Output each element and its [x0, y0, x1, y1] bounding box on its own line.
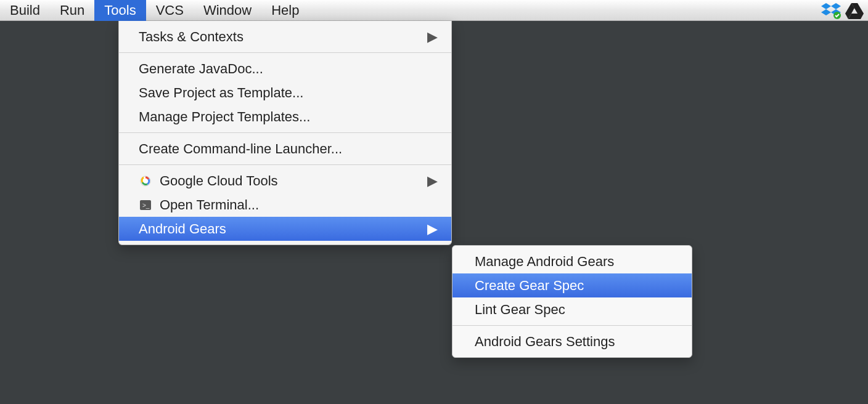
svg-marker-1	[831, 3, 841, 9]
run-toolbar	[0, 59, 117, 94]
menu-item-label: Save Project as Template...	[139, 85, 303, 101]
menu-item-label: Lint Gear Spec	[475, 302, 565, 318]
menu-item-label: Android Gears	[139, 221, 226, 237]
menu-item-google-cloud-tools[interactable]: Google Cloud Tools ▶	[119, 169, 451, 193]
menu-item-tasks-contexts[interactable]: Tasks & Contexts ▶	[119, 25, 451, 49]
menu-item-label: Create Command-line Launcher...	[139, 141, 342, 157]
svg-rect-8	[55, 29, 68, 45]
path-bracket: [~	[459, 134, 472, 152]
google-cloud-icon	[136, 174, 155, 188]
menu-item-label: Generate JavaDoc...	[139, 61, 263, 77]
menu-separator	[119, 132, 451, 133]
gear-icon[interactable]	[25, 197, 38, 213]
hide-icon[interactable]	[44, 197, 58, 213]
svg-rect-16	[82, 74, 90, 82]
svg-point-17	[28, 201, 35, 207]
menu-tools[interactable]: Tools	[94, 0, 145, 21]
menu-item-manage-project-templates[interactable]: Manage Project Templates...	[119, 105, 451, 129]
submenu-arrow-icon: ▶	[427, 29, 438, 45]
menu-separator	[452, 325, 692, 326]
run-button-icon[interactable]	[26, 70, 37, 83]
decorative-distortion	[506, 121, 703, 146]
svg-line-14	[51, 70, 62, 81]
collapse-icon[interactable]	[5, 197, 18, 213]
menu-separator	[119, 52, 451, 53]
svg-marker-0	[821, 3, 831, 9]
menu-vcs[interactable]: VCS	[146, 0, 194, 21]
menu-help[interactable]: Help	[261, 0, 309, 21]
menu-item-label: Open Terminal...	[160, 197, 259, 213]
menu-item-label: Create Gear Spec	[475, 278, 584, 294]
menu-item-create-cli-launcher[interactable]: Create Command-line Launcher...	[119, 137, 451, 161]
menu-window[interactable]: Window	[194, 0, 261, 21]
submenu-item-manage-android-gears[interactable]: Manage Android Gears	[452, 249, 692, 273]
menu-item-save-project-template[interactable]: Save Project as Template...	[119, 81, 451, 105]
java-file-icon: java	[54, 28, 69, 46]
submenu-item-create-gear-spec[interactable]: Create Gear Spec	[452, 273, 692, 297]
menu-item-label: Tasks & Contexts	[139, 29, 244, 45]
tools-menu-dropdown: Tasks & Contexts ▶ Generate JavaDoc... S…	[118, 21, 452, 245]
menu-separator	[119, 164, 451, 165]
dropbox-icon[interactable]	[821, 1, 841, 20]
editor-tab[interactable]: .java ×	[0, 120, 55, 142]
svg-text:>_: >_	[142, 202, 150, 209]
config-dropdown-icon[interactable]	[5, 71, 15, 81]
menu-item-label: Manage Android Gears	[475, 254, 614, 270]
menu-run[interactable]: Run	[50, 0, 94, 21]
menu-item-open-terminal[interactable]: >_ Open Terminal...	[119, 193, 451, 217]
android-gears-submenu: Manage Android Gears Create Gear Spec Li…	[452, 245, 692, 358]
tool-window-bar	[0, 191, 74, 219]
menu-item-label: Manage Project Templates...	[139, 109, 310, 125]
submenu-arrow-icon: ▶	[427, 173, 438, 189]
wrench-icon[interactable]	[76, 67, 94, 86]
svg-marker-2	[821, 9, 831, 15]
svg-rect-22	[46, 199, 50, 209]
menu-item-android-gears[interactable]: Android Gears ▶	[119, 217, 451, 241]
menu-item-label: Google Cloud Tools	[160, 173, 278, 189]
submenu-arrow-icon: ▶	[427, 221, 438, 237]
svg-point-10	[52, 70, 62, 80]
svg-point-15	[78, 68, 86, 76]
macos-menubar: Build Run Tools VCS Window Help	[0, 0, 868, 21]
editor-tab-label: .java	[5, 125, 28, 138]
svg-text:java: java	[55, 35, 68, 42]
debug-button-icon[interactable]	[48, 67, 65, 86]
menu-build[interactable]: Build	[0, 0, 50, 21]
menu-item-generate-javadoc[interactable]: Generate JavaDoc...	[119, 57, 451, 81]
menu-item-label: Android Gears Settings	[475, 334, 615, 350]
terminal-icon: >_	[136, 198, 155, 212]
window-title-text-right: ears - [~/Documents/Github/AndroidGears-…	[472, 29, 788, 45]
submenu-item-android-gears-settings[interactable]: Android Gears Settings	[452, 329, 692, 354]
close-tab-icon[interactable]: ×	[44, 125, 51, 138]
google-drive-icon[interactable]	[845, 1, 864, 20]
submenu-item-lint-gear-spec[interactable]: Lint Gear Spec	[452, 297, 692, 321]
svg-line-13	[51, 70, 62, 81]
